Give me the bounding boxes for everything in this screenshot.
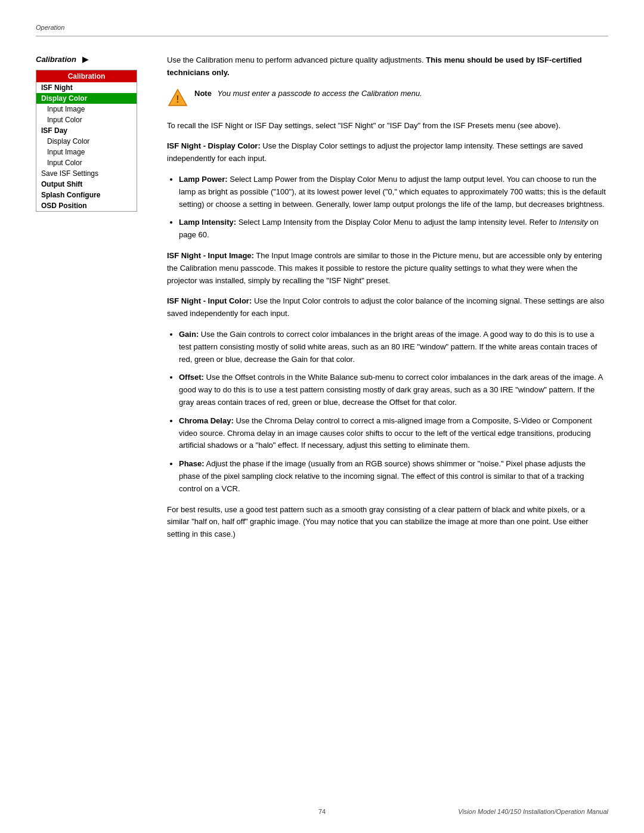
section2-paragraph: ISF Night - Input Image: The Input Image… [167, 250, 608, 287]
footer-page-number: 74 [227, 808, 417, 815]
page-header: Operation [36, 24, 608, 31]
intro-paragraph: Use the Calibration menu to perform adva… [167, 54, 608, 79]
menu-item-inputcolor-day[interactable]: Input Color [36, 157, 137, 168]
lamp-power-label: Lamp Power: [179, 175, 228, 184]
menu-item-saveisf[interactable]: Save ISF Settings [36, 168, 137, 179]
section3-paragraph: ISF Night - Input Color: Use the Input C… [167, 295, 608, 320]
calibration-arrow-icon: ▶ [82, 54, 89, 64]
chroma-delay-text: Use the Chroma Delay control to correct … [179, 416, 592, 450]
menu-item-osdposition[interactable]: OSD Position [36, 200, 137, 211]
header-label: Operation [36, 24, 64, 31]
sidebar: Calibration ▶ Calibration ISF Night Disp… [36, 54, 149, 212]
bullet-lamp-intensity: Lamp Intensity: Select Lamp Intensity fr… [179, 216, 608, 241]
menu-title: Calibration [36, 70, 137, 82]
note-text: You must enter a passcode to access the … [218, 84, 422, 98]
note-label: Note [194, 89, 212, 98]
final-text: For best results, use a good test patter… [167, 505, 589, 539]
offset-text: Use the Offset controls in the White Bal… [179, 373, 603, 407]
bullet-gain: Gain: Use the Gain controls to correct c… [179, 329, 608, 366]
offset-label: Offset: [179, 373, 204, 382]
intro-text: Use the Calibration menu to perform adva… [167, 55, 424, 64]
lamp-intensity-label: Lamp Intensity: [179, 218, 236, 227]
bullet-lamp-power: Lamp Power: Select Lamp Power from the D… [179, 174, 608, 210]
bullets1-list: Lamp Power: Select Lamp Power from the D… [179, 174, 608, 241]
section1-label: ISF Night - Display Color: [167, 141, 261, 150]
phase-text: Adjust the phase if the image (usually f… [179, 459, 586, 493]
top-rule [36, 36, 608, 36]
chroma-delay-label: Chroma Delay: [179, 416, 234, 425]
final-paragraph: For best results, use a good test patter… [167, 504, 608, 541]
phase-label: Phase: [179, 459, 205, 468]
menu-item-isfday: ISF Day [36, 125, 137, 136]
calibration-label: Calibration [36, 55, 76, 64]
bullet-offset: Offset: Use the Offset controls in the W… [179, 371, 608, 408]
menu-item-displaycolor-active[interactable]: Display Color [36, 93, 137, 104]
menu-item-outputshift[interactable]: Output Shift [36, 179, 137, 190]
menu-item-inputimage-day[interactable]: Input Image [36, 147, 137, 157]
note-content: Note You must enter a passcode to access… [194, 88, 422, 100]
menu-item-displaycolor-day[interactable]: Display Color [36, 136, 137, 147]
warning-triangle-icon: ! [167, 88, 188, 109]
menu-item-inputcolor-night[interactable]: Input Color [36, 114, 137, 125]
bullets2-list: Gain: Use the Gain controls to correct c… [179, 329, 608, 496]
section1-paragraph: ISF Night - Display Color: Use the Displ… [167, 140, 608, 165]
main-layout: Calibration ▶ Calibration ISF Night Disp… [36, 54, 608, 549]
section3-label: ISF Night - Input Color: [167, 296, 252, 305]
note-box: ! Note You must enter a passcode to acce… [167, 88, 608, 109]
lamp-intensity-text: Select Lamp Intensity from the Display C… [179, 218, 599, 239]
menu-item-splashconfigure[interactable]: Splash Configure [36, 190, 137, 200]
recall-text: To recall the ISF Night or ISF Day setti… [167, 121, 561, 130]
footer-right-text: Vision Model 140/150 Installation/Operat… [417, 808, 608, 815]
calibration-menu: Calibration ISF Night Display Color Inpu… [36, 70, 137, 212]
calibration-label-row: Calibration ▶ [36, 54, 149, 64]
bullet-phase: Phase: Adjust the phase if the image (us… [179, 458, 608, 495]
recall-paragraph: To recall the ISF Night or ISF Day setti… [167, 120, 608, 132]
menu-item-isfnight: ISF Night [36, 82, 137, 93]
content-area: Use the Calibration menu to perform adva… [167, 54, 608, 549]
section2-label: ISF Night - Input Image: [167, 251, 254, 260]
svg-text:!: ! [176, 94, 179, 104]
bullet-chroma-delay: Chroma Delay: Use the Chroma Delay contr… [179, 415, 608, 452]
gain-text: Use the Gain controls to correct color i… [179, 330, 597, 364]
lamp-power-text: Select Lamp Power from the Display Color… [179, 175, 606, 209]
page-footer: 74 Vision Model 140/150 Installation/Ope… [36, 808, 608, 815]
menu-item-inputimage-night[interactable]: Input Image [36, 104, 137, 114]
gain-label: Gain: [179, 330, 199, 339]
